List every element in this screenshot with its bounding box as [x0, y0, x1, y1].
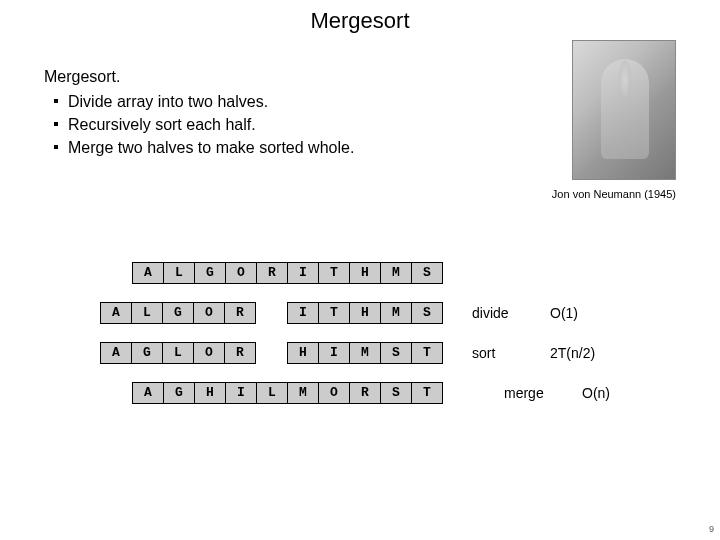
cell: G	[162, 302, 194, 324]
cell: T	[318, 262, 350, 284]
cell: M	[287, 382, 319, 404]
cell: L	[162, 342, 194, 364]
cell: I	[225, 382, 257, 404]
step-complexity: 2T(n/2)	[550, 345, 595, 361]
cell: M	[380, 302, 412, 324]
cell: R	[349, 382, 381, 404]
cells-right: M O R S T	[287, 382, 442, 404]
cells-left: A G L O R	[100, 342, 255, 364]
cell: I	[287, 302, 319, 324]
cell: S	[411, 302, 443, 324]
cell: H	[349, 302, 381, 324]
cells-left: A L G O R	[100, 302, 255, 324]
cell: L	[163, 262, 195, 284]
cell: O	[193, 342, 225, 364]
array-row-divide: A L G O R I T H M S divide O(1)	[100, 300, 676, 326]
step-label: sort	[472, 345, 528, 361]
cell: A	[100, 342, 132, 364]
cell: H	[349, 262, 381, 284]
cell: H	[194, 382, 226, 404]
page-title: Mergesort	[0, 0, 720, 40]
step-label: divide	[472, 305, 528, 321]
cell: S	[380, 382, 412, 404]
cell: A	[132, 382, 164, 404]
cells-left: A L G O R	[132, 262, 287, 284]
cell: T	[411, 382, 443, 404]
cell: M	[380, 262, 412, 284]
cell: S	[411, 262, 443, 284]
split-gap	[255, 342, 287, 364]
cell: H	[287, 342, 319, 364]
cell: A	[100, 302, 132, 324]
cell: R	[224, 302, 256, 324]
photo-caption: Jon von Neumann (1945)	[552, 188, 676, 200]
cell: I	[287, 262, 319, 284]
cell: S	[380, 342, 412, 364]
array-row-merge: A G H I L M O R S T merge O(n)	[132, 380, 676, 406]
cell: L	[256, 382, 288, 404]
cell: T	[411, 342, 443, 364]
mergesort-diagram: A L G O R I T H M S A L G O R	[100, 260, 676, 406]
cell: R	[256, 262, 288, 284]
cells-left: A G H I L	[132, 382, 287, 404]
cells-right: H I M S T	[287, 342, 442, 364]
cells-right: I T H M S	[287, 262, 442, 284]
split-gap	[255, 302, 287, 324]
cell: O	[193, 302, 225, 324]
cell: O	[318, 382, 350, 404]
step-label: merge	[504, 385, 560, 401]
cell: O	[225, 262, 257, 284]
array-row-original: A L G O R I T H M S	[132, 260, 676, 286]
cell: I	[318, 342, 350, 364]
cell: L	[131, 302, 163, 324]
cell: M	[349, 342, 381, 364]
cell: A	[132, 262, 164, 284]
content-area: Mergesort. Divide array into two halves.…	[0, 40, 720, 406]
cell: G	[131, 342, 163, 364]
cell: G	[194, 262, 226, 284]
step-complexity: O(1)	[550, 305, 578, 321]
cell: T	[318, 302, 350, 324]
von-neumann-photo	[572, 40, 676, 180]
page-number: 9	[709, 524, 714, 534]
cells-right: I T H M S	[287, 302, 442, 324]
array-row-sort: A G L O R H I M S T sort 2T(n/2)	[100, 340, 676, 366]
cell: G	[163, 382, 195, 404]
cell: R	[224, 342, 256, 364]
step-complexity: O(n)	[582, 385, 610, 401]
